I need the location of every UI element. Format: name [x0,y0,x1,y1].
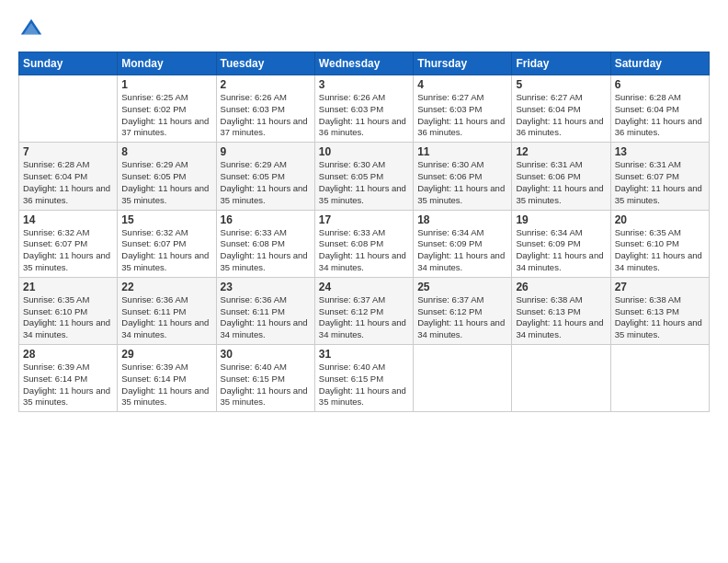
day-info: Sunrise: 6:30 AM Sunset: 6:06 PM Dayligh… [417,159,507,206]
weekday-header: Friday [512,52,610,75]
calendar-table: SundayMondayTuesdayWednesdayThursdayFrid… [18,52,710,412]
calendar-cell: 10Sunrise: 6:30 AM Sunset: 6:05 PM Dayli… [314,143,413,210]
day-info: Sunrise: 6:35 AM Sunset: 6:10 PM Dayligh… [615,227,705,274]
day-number: 24 [319,281,409,293]
day-info: Sunrise: 6:25 AM Sunset: 6:02 PM Dayligh… [121,92,211,139]
day-number: 8 [121,145,211,158]
day-info: Sunrise: 6:34 AM Sunset: 6:09 PM Dayligh… [417,227,507,274]
day-info: Sunrise: 6:28 AM Sunset: 6:04 PM Dayligh… [615,92,705,139]
calendar-cell: 5Sunrise: 6:27 AM Sunset: 6:04 PM Daylig… [512,75,610,143]
calendar-cell: 25Sunrise: 6:37 AM Sunset: 6:12 PM Dayli… [414,277,512,344]
calendar-cell: 16Sunrise: 6:33 AM Sunset: 6:08 PM Dayli… [216,210,314,277]
calendar-cell: 11Sunrise: 6:30 AM Sunset: 6:06 PM Dayli… [414,143,512,210]
weekday-header: Thursday [414,52,512,75]
day-info: Sunrise: 6:40 AM Sunset: 6:15 PM Dayligh… [319,362,409,408]
day-info: Sunrise: 6:36 AM Sunset: 6:11 PM Dayligh… [121,294,211,341]
day-info: Sunrise: 6:29 AM Sunset: 6:05 PM Dayligh… [221,159,311,206]
calendar-cell: 27Sunrise: 6:38 AM Sunset: 6:13 PM Dayli… [610,277,709,344]
calendar-cell: 7Sunrise: 6:28 AM Sunset: 6:04 PM Daylig… [19,143,118,210]
day-number: 16 [221,213,311,226]
day-number: 2 [221,78,311,91]
day-info: Sunrise: 6:32 AM Sunset: 6:07 PM Dayligh… [23,227,113,274]
day-number: 4 [417,78,507,91]
calendar-week-row: 21Sunrise: 6:35 AM Sunset: 6:10 PM Dayli… [19,277,710,344]
calendar-cell: 6Sunrise: 6:28 AM Sunset: 6:04 PM Daylig… [610,75,709,143]
calendar-cell: 19Sunrise: 6:34 AM Sunset: 6:09 PM Dayli… [512,210,610,277]
day-info: Sunrise: 6:31 AM Sunset: 6:06 PM Dayligh… [516,159,606,206]
day-info: Sunrise: 6:36 AM Sunset: 6:11 PM Dayligh… [221,294,311,341]
day-number: 18 [417,213,507,226]
day-number: 19 [516,213,606,226]
day-number: 20 [615,213,705,226]
calendar-cell: 4Sunrise: 6:27 AM Sunset: 6:03 PM Daylig… [414,75,512,143]
calendar-cell: 31Sunrise: 6:40 AM Sunset: 6:15 PM Dayli… [314,345,413,412]
day-number: 1 [121,78,211,91]
weekday-header: Monday [118,52,216,75]
calendar-cell: 24Sunrise: 6:37 AM Sunset: 6:12 PM Dayli… [314,277,413,344]
weekday-header: Saturday [610,52,709,75]
day-info: Sunrise: 6:26 AM Sunset: 6:03 PM Dayligh… [221,92,311,139]
day-number: 10 [319,145,409,158]
day-info: Sunrise: 6:37 AM Sunset: 6:12 PM Dayligh… [319,294,409,341]
day-number: 28 [23,348,113,361]
calendar-cell: 22Sunrise: 6:36 AM Sunset: 6:11 PM Dayli… [118,277,216,344]
calendar-week-row: 7Sunrise: 6:28 AM Sunset: 6:04 PM Daylig… [19,143,710,210]
weekday-header: Tuesday [216,52,314,75]
day-number: 26 [516,281,606,293]
day-number: 27 [615,281,705,293]
calendar-week-row: 1Sunrise: 6:25 AM Sunset: 6:02 PM Daylig… [19,75,710,143]
day-info: Sunrise: 6:28 AM Sunset: 6:04 PM Dayligh… [23,159,113,206]
day-info: Sunrise: 6:26 AM Sunset: 6:03 PM Dayligh… [319,92,409,139]
day-number: 14 [23,213,113,226]
calendar-cell: 23Sunrise: 6:36 AM Sunset: 6:11 PM Dayli… [216,277,314,344]
day-number: 6 [615,78,705,91]
day-number: 17 [319,213,409,226]
calendar-cell: 9Sunrise: 6:29 AM Sunset: 6:05 PM Daylig… [216,143,314,210]
calendar-cell [19,75,118,143]
weekday-header: Sunday [19,52,118,75]
day-info: Sunrise: 6:31 AM Sunset: 6:07 PM Dayligh… [615,159,705,206]
day-number: 22 [121,281,211,293]
logo [18,17,48,42]
day-number: 29 [121,348,211,361]
calendar-week-row: 28Sunrise: 6:39 AM Sunset: 6:14 PM Dayli… [19,345,710,412]
calendar-cell: 8Sunrise: 6:29 AM Sunset: 6:05 PM Daylig… [118,143,216,210]
calendar-cell [610,345,709,412]
page: SundayMondayTuesdayWednesdayThursdayFrid… [0,0,728,563]
calendar-cell: 12Sunrise: 6:31 AM Sunset: 6:06 PM Dayli… [512,143,610,210]
calendar-cell: 21Sunrise: 6:35 AM Sunset: 6:10 PM Dayli… [19,277,118,344]
day-number: 9 [221,145,311,158]
day-info: Sunrise: 6:37 AM Sunset: 6:12 PM Dayligh… [417,294,507,341]
day-number: 31 [319,348,409,361]
day-info: Sunrise: 6:34 AM Sunset: 6:09 PM Dayligh… [516,227,606,274]
day-number: 23 [221,281,311,293]
day-info: Sunrise: 6:40 AM Sunset: 6:15 PM Dayligh… [221,362,311,408]
day-info: Sunrise: 6:29 AM Sunset: 6:05 PM Dayligh… [121,159,211,206]
calendar-cell: 13Sunrise: 6:31 AM Sunset: 6:07 PM Dayli… [610,143,709,210]
calendar-cell: 2Sunrise: 6:26 AM Sunset: 6:03 PM Daylig… [216,75,314,143]
calendar-cell: 17Sunrise: 6:33 AM Sunset: 6:08 PM Dayli… [314,210,413,277]
calendar-cell [414,345,512,412]
weekday-header-row: SundayMondayTuesdayWednesdayThursdayFrid… [19,52,710,75]
day-info: Sunrise: 6:35 AM Sunset: 6:10 PM Dayligh… [23,294,113,341]
calendar-week-row: 14Sunrise: 6:32 AM Sunset: 6:07 PM Dayli… [19,210,710,277]
day-info: Sunrise: 6:27 AM Sunset: 6:03 PM Dayligh… [417,92,507,139]
calendar-cell: 15Sunrise: 6:32 AM Sunset: 6:07 PM Dayli… [118,210,216,277]
day-info: Sunrise: 6:27 AM Sunset: 6:04 PM Dayligh… [516,92,606,139]
day-number: 21 [23,281,113,293]
calendar-cell: 18Sunrise: 6:34 AM Sunset: 6:09 PM Dayli… [414,210,512,277]
calendar-cell: 30Sunrise: 6:40 AM Sunset: 6:15 PM Dayli… [216,345,314,412]
day-number: 7 [23,145,113,158]
day-info: Sunrise: 6:38 AM Sunset: 6:13 PM Dayligh… [516,294,606,341]
day-number: 13 [615,145,705,158]
calendar-cell: 26Sunrise: 6:38 AM Sunset: 6:13 PM Dayli… [512,277,610,344]
calendar-cell: 28Sunrise: 6:39 AM Sunset: 6:14 PM Dayli… [19,345,118,412]
calendar-cell: 29Sunrise: 6:39 AM Sunset: 6:14 PM Dayli… [118,345,216,412]
day-number: 12 [516,145,606,158]
day-number: 11 [417,145,507,158]
weekday-header: Wednesday [314,52,413,75]
calendar-cell: 3Sunrise: 6:26 AM Sunset: 6:03 PM Daylig… [314,75,413,143]
day-number: 30 [221,348,311,361]
day-info: Sunrise: 6:33 AM Sunset: 6:08 PM Dayligh… [221,227,311,274]
day-number: 5 [516,78,606,91]
